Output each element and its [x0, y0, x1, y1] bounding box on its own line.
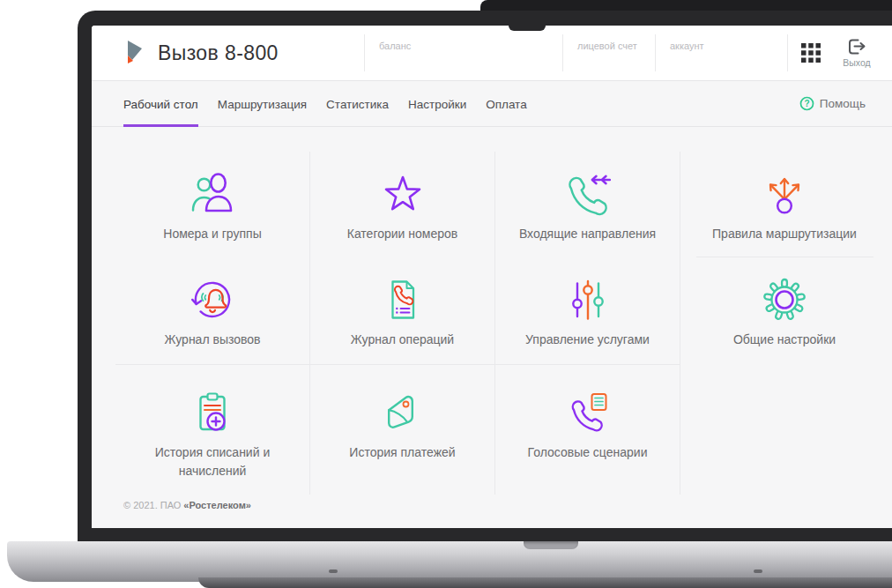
tile-general-settings[interactable]: Общие настройки: [680, 257, 888, 364]
help-label: Помощь: [820, 97, 866, 110]
tab-routing[interactable]: Маршрутизация: [218, 81, 307, 127]
people-icon: [190, 171, 235, 220]
tile-label: Журнал операций: [351, 331, 454, 349]
help-button[interactable]: ? Помощь: [799, 81, 866, 126]
tile-label: Управление услугами: [525, 331, 650, 349]
tile-label: Журнал вызовов: [164, 331, 260, 349]
tab-desktop[interactable]: Рабочий стол: [123, 81, 198, 127]
tile-operations-log[interactable]: Журнал операций: [310, 257, 495, 364]
tile-routing-rules[interactable]: Правила маршрутизации: [680, 152, 888, 257]
tile-label: Правила маршрутизации: [712, 225, 857, 243]
logout-icon: [846, 38, 867, 56]
header-divider: [562, 34, 563, 71]
tile-label: Номера и группы: [163, 225, 261, 243]
header-divider: [364, 34, 365, 71]
tab-settings[interactable]: Настройки: [408, 81, 466, 127]
logout-button[interactable]: Выход: [835, 38, 879, 68]
grid-apps-icon[interactable]: [801, 43, 821, 63]
laptop-foot: [754, 569, 762, 573]
header-divider: [787, 34, 788, 71]
svg-text:?: ?: [804, 99, 809, 108]
tile-grid: Номера и группы Категории номеров: [115, 152, 888, 495]
bell-refresh-icon: [190, 277, 235, 326]
copyright-text: © 2021. ПАО: [123, 500, 183, 510]
nav-tabs: Рабочий стол Маршрутизация Статистика На…: [92, 81, 892, 127]
clipboard-plus-icon: [190, 390, 235, 439]
tile-incoming-directions[interactable]: Входящие направления: [495, 152, 680, 257]
star-icon: [380, 171, 426, 220]
account-label: аккаунт: [670, 41, 704, 51]
tile-numbers-and-groups[interactable]: Номера и группы: [115, 152, 310, 257]
company-link[interactable]: «Ростелеком»: [183, 500, 251, 510]
tile-voice-scenarios[interactable]: Голосовые сценарии: [495, 364, 680, 495]
tile-label: Входящие направления: [519, 225, 656, 243]
gear-icon: [762, 277, 807, 326]
header-divider: [655, 34, 656, 71]
laptop-lid-groove: [524, 541, 578, 549]
laptop-mockup: Вызов 8-800 баланс лицевой счет аккаунт: [0, 0, 892, 588]
tile-number-categories[interactable]: Категории номеров: [310, 152, 495, 257]
tile-label: История списаний и начислений: [133, 443, 292, 480]
main-content: Номера и группы Категории номеров: [92, 127, 892, 528]
balance-label: баланс: [379, 41, 411, 51]
personal-account-label: лицевой счет: [577, 41, 637, 51]
tile-label: Голосовые сценарии: [528, 443, 648, 462]
logout-label: Выход: [843, 57, 870, 68]
laptop-base: [7, 541, 892, 582]
app-window: Вызов 8-800 баланс лицевой счет аккаунт: [92, 26, 892, 528]
incoming-phone-icon: [565, 171, 611, 220]
tile-label: Категории номеров: [347, 225, 458, 243]
tile-label: История платежей: [349, 443, 455, 462]
rostelecom-logo-icon: [123, 40, 146, 66]
tile-service-management[interactable]: Управление услугами: [495, 257, 680, 364]
app-header: Вызов 8-800 баланс лицевой счет аккаунт: [92, 26, 892, 81]
page-title: Вызов 8-800: [158, 41, 279, 65]
tile-call-log[interactable]: Журнал вызовов: [115, 257, 310, 364]
laptop-screen: Вызов 8-800 баланс лицевой счет аккаунт: [92, 26, 892, 528]
tile-label: Общие настройки: [733, 331, 836, 349]
document-phone-icon: [380, 277, 426, 326]
webcam-notch: [509, 26, 546, 31]
laptop-base-bottom: [198, 577, 892, 588]
question-circle-icon: ?: [799, 96, 814, 111]
tile-charges-history[interactable]: История списаний и начислений: [115, 364, 310, 495]
tile-payment-history[interactable]: История платежей: [310, 364, 495, 495]
footer-copyright: © 2021. ПАО «Ростелеком»: [123, 500, 892, 510]
tab-payment[interactable]: Оплата: [486, 81, 526, 127]
voice-script-phone-icon: [565, 390, 611, 439]
wallet-icon: [380, 390, 426, 439]
laptop-foot: [329, 569, 338, 573]
empty-cell: [680, 364, 888, 495]
sliders-icon: [565, 277, 611, 326]
tab-statistics[interactable]: Статистика: [326, 81, 389, 127]
routing-arrows-icon: [762, 171, 807, 220]
